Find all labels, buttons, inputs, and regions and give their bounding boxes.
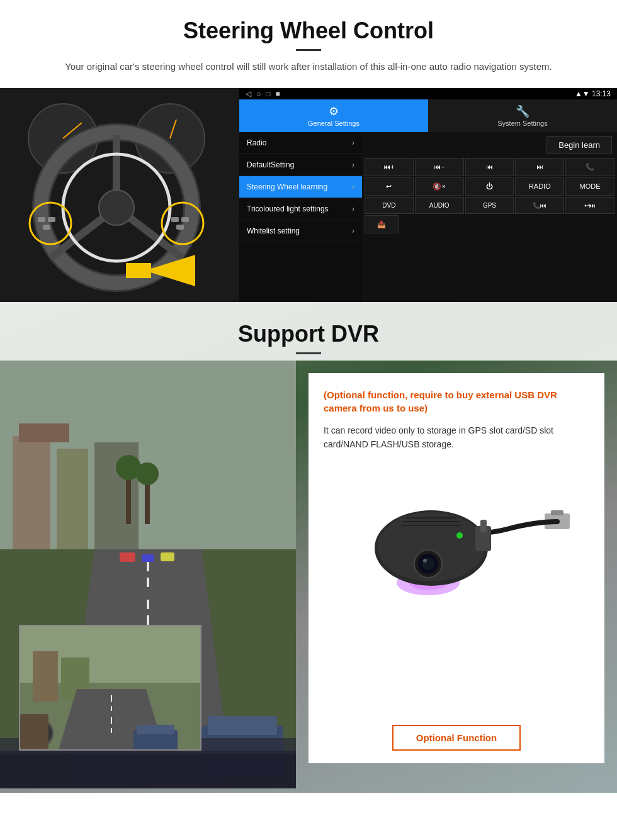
svg-rect-13 bbox=[38, 217, 45, 222]
android-tabs[interactable]: ⚙ General Settings 🔧 System Settings bbox=[239, 99, 617, 132]
menu-item-radio[interactable]: Radio › bbox=[239, 132, 362, 154]
menu-item-whitelist[interactable]: Whitelist setting › bbox=[239, 220, 362, 242]
svg-rect-26 bbox=[126, 474, 131, 524]
menu-item-tricoloured[interactable]: Tricoloured light settings › bbox=[239, 198, 362, 220]
svg-rect-41 bbox=[208, 716, 277, 735]
dvr-info-card: (Optional function, require to buy exter… bbox=[308, 373, 604, 763]
svg-point-69 bbox=[456, 532, 463, 539]
ctrl-audio[interactable]: AUDIO bbox=[415, 197, 464, 214]
ctrl-vol-down[interactable]: ⏮− bbox=[415, 158, 464, 176]
dvr-title: Support DVR bbox=[0, 321, 617, 347]
android-content: Radio › DefaultSetting › Steering Wheel … bbox=[239, 132, 617, 302]
dvr-right-panel: (Optional function, require to buy exter… bbox=[296, 361, 617, 788]
statusbar-icons: ◁ ○ □ ■ bbox=[246, 89, 280, 98]
ctrl-vol-up[interactable]: ⏮+ bbox=[365, 158, 414, 176]
menu-item-steering-wheel[interactable]: Steering Wheel learning › bbox=[239, 176, 362, 198]
ctrl-extra[interactable]: 📤 bbox=[365, 215, 399, 233]
dvr-road-background bbox=[0, 361, 296, 788]
dvr-thumbnail-svg bbox=[20, 626, 201, 751]
svg-rect-38 bbox=[142, 554, 154, 562]
svg-rect-71 bbox=[480, 520, 487, 532]
dvr-optional-text: (Optional function, require to buy exter… bbox=[324, 388, 589, 415]
svg-rect-28 bbox=[145, 480, 150, 524]
controls-row-3: DVD AUDIO GPS 📞⏮ ↩⏭ bbox=[365, 197, 614, 214]
tab-system-settings[interactable]: 🔧 System Settings bbox=[428, 99, 617, 132]
menu-steering-label: Steering Wheel learning bbox=[247, 182, 327, 191]
svg-rect-20 bbox=[126, 263, 151, 278]
svg-rect-42 bbox=[0, 751, 296, 788]
gear-icon: ⚙ bbox=[329, 104, 339, 118]
menu-default-label: DefaultSetting bbox=[247, 160, 294, 169]
svg-rect-15 bbox=[43, 225, 50, 230]
dvr-body: (Optional function, require to buy exter… bbox=[0, 361, 617, 788]
recents-icon: □ bbox=[266, 89, 270, 98]
steering-title: Steering Wheel Control bbox=[25, 18, 592, 44]
ctrl-mute[interactable]: 🔇× bbox=[415, 177, 464, 196]
begin-learn-button[interactable]: Begin learn bbox=[546, 136, 612, 154]
svg-rect-24 bbox=[57, 449, 88, 549]
optional-function-button[interactable]: Optional Function bbox=[392, 725, 521, 751]
menu-radio-label: Radio bbox=[247, 138, 266, 147]
steering-photo bbox=[0, 88, 239, 302]
svg-point-29 bbox=[136, 462, 159, 485]
chevron-icon: › bbox=[352, 182, 354, 191]
system-icon: 🔧 bbox=[516, 104, 529, 118]
svg-rect-17 bbox=[181, 217, 189, 222]
ctrl-gps[interactable]: GPS bbox=[465, 197, 514, 214]
svg-point-68 bbox=[423, 559, 427, 563]
ctrl-prev-track[interactable]: ⏮ bbox=[465, 158, 514, 176]
dvr-camera-svg bbox=[331, 466, 582, 605]
svg-rect-39 bbox=[161, 552, 174, 561]
menu-tricoloured-label: Tricoloured light settings bbox=[247, 204, 329, 213]
ctrl-mode[interactable]: MODE bbox=[565, 177, 614, 196]
svg-rect-14 bbox=[48, 217, 55, 222]
chevron-icon: › bbox=[352, 204, 354, 213]
ctrl-dvd[interactable]: DVD bbox=[365, 197, 414, 214]
steering-section: Steering Wheel Control Your original car… bbox=[0, 0, 617, 302]
menu-item-default-setting[interactable]: DefaultSetting › bbox=[239, 154, 362, 176]
svg-rect-16 bbox=[171, 217, 179, 222]
menu-icon: ■ bbox=[276, 89, 280, 98]
steering-wheel-svg bbox=[0, 88, 239, 302]
begin-learn-row: Begin learn bbox=[362, 132, 617, 158]
ctrl-back-next[interactable]: ↩⏭ bbox=[565, 197, 614, 214]
tab-general-label: General Settings bbox=[308, 120, 359, 127]
controls-panel: Begin learn ⏮+ ⏮− ⏮ ⏭ 📞 ↩ bbox=[362, 132, 617, 302]
svg-rect-18 bbox=[176, 225, 184, 230]
ctrl-power[interactable]: ⏻ bbox=[465, 177, 514, 196]
svg-rect-37 bbox=[120, 552, 135, 562]
steering-photo-bg bbox=[0, 88, 239, 302]
svg-rect-57 bbox=[551, 510, 563, 515]
back-icon: ◁ bbox=[246, 89, 251, 98]
dvr-thumbnail bbox=[19, 625, 201, 751]
menu-whitelist-label: Whitelist setting bbox=[247, 227, 300, 235]
controls-row-1: ⏮+ ⏮− ⏮ ⏭ 📞 bbox=[365, 158, 614, 176]
title-divider bbox=[296, 49, 321, 51]
statusbar-time: ▲▼ 13:13 bbox=[575, 89, 611, 98]
ctrl-back[interactable]: ↩ bbox=[365, 177, 414, 196]
tab-general-settings[interactable]: ⚙ General Settings bbox=[239, 99, 428, 132]
svg-point-10 bbox=[99, 190, 134, 225]
tab-system-label: System Settings bbox=[497, 120, 547, 127]
dvr-description: It can record video only to storage in G… bbox=[324, 423, 589, 452]
steering-title-area: Steering Wheel Control Your original car… bbox=[0, 0, 617, 81]
android-panel: ◁ ○ □ ■ ▲▼ 13:13 ⚙ General Settings 🔧 bbox=[239, 88, 617, 302]
svg-rect-55 bbox=[20, 714, 48, 749]
svg-rect-46 bbox=[33, 651, 58, 702]
ctrl-next-track[interactable]: ⏭ bbox=[515, 158, 564, 176]
controls-row-2: ↩ 🔇× ⏻ RADIO MODE bbox=[365, 177, 614, 196]
steering-description: Your original car's steering wheel contr… bbox=[25, 60, 592, 74]
chevron-icon: › bbox=[352, 227, 354, 235]
svg-rect-22 bbox=[13, 436, 50, 549]
controls-grid: ⏮+ ⏮− ⏮ ⏭ 📞 ↩ 🔇× ⏻ RADIO MODE bbox=[362, 158, 617, 236]
controls-row-4: 📤 bbox=[365, 215, 614, 233]
android-statusbar: ◁ ○ □ ■ ▲▼ 13:13 bbox=[239, 88, 617, 99]
ctrl-radio[interactable]: RADIO bbox=[515, 177, 564, 196]
steering-container: ◁ ○ □ ■ ▲▼ 13:13 ⚙ General Settings 🔧 bbox=[0, 88, 617, 302]
ctrl-phone-prev[interactable]: 📞⏮ bbox=[515, 197, 564, 214]
dvr-divider bbox=[296, 352, 321, 354]
ctrl-phone[interactable]: 📞 bbox=[565, 158, 614, 176]
chevron-icon: › bbox=[352, 138, 354, 147]
chevron-icon: › bbox=[352, 160, 354, 169]
menu-panel: Radio › DefaultSetting › Steering Wheel … bbox=[239, 132, 362, 302]
